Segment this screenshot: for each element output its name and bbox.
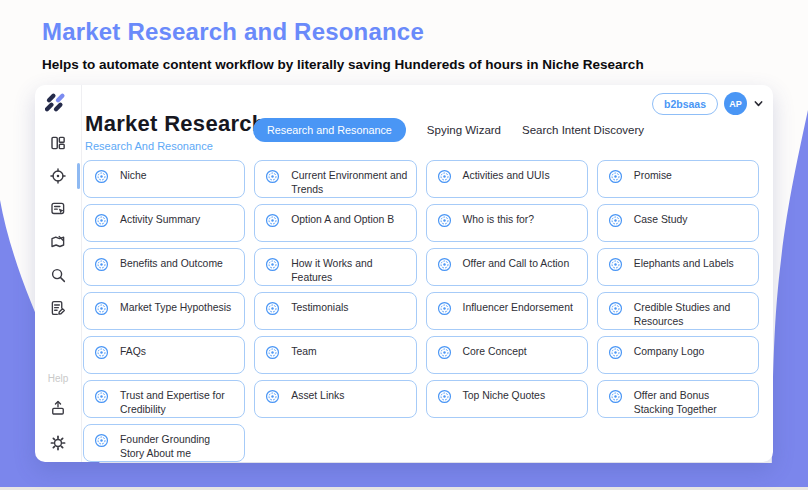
active-indicator <box>77 163 80 189</box>
target-rings-icon <box>264 344 281 361</box>
card-label: Case Study <box>634 213 688 227</box>
target-rings-icon <box>436 168 453 185</box>
card[interactable]: Influencer Endorsement <box>426 292 588 330</box>
card[interactable]: Core Concept <box>426 336 588 374</box>
card-label: Option A and Option B <box>291 213 394 227</box>
sidebar-item-dashboard[interactable] <box>48 133 68 152</box>
card-label: Current Environment and Trends <box>291 169 407 196</box>
card-label: Promise <box>634 169 672 183</box>
target-rings-icon <box>93 256 110 273</box>
card-label: Founder Grounding Story About me <box>120 433 236 460</box>
note-edit-icon <box>49 299 67 317</box>
card[interactable]: Niche <box>83 160 245 198</box>
card[interactable]: Current Environment and Trends <box>254 160 416 198</box>
card[interactable]: Trust and Expertise for Credibility <box>83 380 245 418</box>
avatar[interactable]: AP <box>724 92 747 115</box>
sidebar-item-research-target[interactable] <box>48 166 68 185</box>
app-window: Help Market Research Research And Resona… <box>35 85 773 462</box>
chevron-down-icon[interactable] <box>753 98 764 109</box>
card-label: Testimonials <box>291 301 348 315</box>
sidebar: Help <box>35 85 82 462</box>
card[interactable]: Offer and Call to Action <box>426 248 588 286</box>
target-rings-icon <box>607 300 624 317</box>
sidebar-item-settings[interactable] <box>48 433 68 452</box>
card[interactable]: Top Niche Quotes <box>426 380 588 418</box>
target-rings-icon <box>93 300 110 317</box>
app-subtitle: Research And Resonance <box>85 140 213 152</box>
card[interactable]: Benefits and Outcome <box>83 248 245 286</box>
card[interactable]: Asset Links <box>254 380 416 418</box>
card[interactable]: Option A and Option B <box>254 204 416 242</box>
screenshot-root: Market Research and Resonance Helps to a… <box>0 0 808 490</box>
card[interactable]: FAQs <box>83 336 245 374</box>
target-rings-icon <box>607 212 624 229</box>
target-rings-icon <box>264 212 281 229</box>
card-label: Market Type Hypothesis <box>120 301 231 315</box>
target-rings-icon <box>93 212 110 229</box>
target-icon <box>49 167 67 185</box>
sidebar-item-document-review[interactable] <box>48 199 68 218</box>
target-rings-icon <box>93 168 110 185</box>
target-rings-icon <box>436 344 453 361</box>
target-rings-icon <box>93 432 110 449</box>
card[interactable]: Activities and UUIs <box>426 160 588 198</box>
target-rings-icon <box>607 256 624 273</box>
card-label: Asset Links <box>291 389 344 403</box>
card[interactable]: Promise <box>597 160 759 198</box>
help-label[interactable]: Help <box>48 373 69 384</box>
target-rings-icon <box>436 256 453 273</box>
dashboard-icon <box>49 134 67 152</box>
sidebar-item-search[interactable] <box>48 265 68 284</box>
bottom-purple-band <box>0 463 808 487</box>
card[interactable]: Activity Summary <box>83 204 245 242</box>
card-label: Influencer Endorsement <box>463 301 573 315</box>
card-label: Activities and UUIs <box>463 169 550 183</box>
page-subtitle: Helps to automate content workflow by li… <box>42 57 644 72</box>
target-rings-icon <box>264 256 281 273</box>
card-label: Elephants and Labels <box>634 257 734 271</box>
card[interactable]: Testimonials <box>254 292 416 330</box>
card-label: Offer and Bonus Stacking Together <box>634 389 750 416</box>
sidebar-item-export[interactable] <box>48 398 68 417</box>
app-title: Market Research <box>85 111 266 137</box>
target-rings-icon <box>436 212 453 229</box>
card-label: Credible Studies and Resources <box>634 301 750 328</box>
target-rings-icon <box>436 300 453 317</box>
target-rings-icon <box>264 168 281 185</box>
account-area: b2bsaas AP <box>652 92 764 115</box>
sidebar-item-planning-map[interactable] <box>48 232 68 251</box>
sidebar-item-notes[interactable] <box>48 298 68 317</box>
target-rings-icon <box>607 168 624 185</box>
tab-spying-wizard[interactable]: Spying Wizard <box>427 124 501 136</box>
tab-search-intent-discovery[interactable]: Search Intent Discovery <box>522 124 644 136</box>
card[interactable]: Offer and Bonus Stacking Together <box>597 380 759 418</box>
target-rings-icon <box>93 344 110 361</box>
card[interactable]: Company Logo <box>597 336 759 374</box>
double-slash-logo[interactable] <box>45 92 71 117</box>
card[interactable]: Credible Studies and Resources <box>597 292 759 330</box>
tab-research-and-resonance[interactable]: Research and Resonance <box>253 118 406 142</box>
target-rings-icon <box>264 300 281 317</box>
target-rings-icon <box>93 388 110 405</box>
card[interactable]: Team <box>254 336 416 374</box>
card[interactable]: Founder Grounding Story About me <box>83 424 245 462</box>
card[interactable]: How it Works and Features <box>254 248 416 286</box>
card-label: Top Niche Quotes <box>463 389 546 403</box>
document-cursor-icon <box>49 200 67 218</box>
card-label: Team <box>291 345 316 359</box>
card[interactable]: Market Type Hypothesis <box>83 292 245 330</box>
card[interactable]: Who is this for? <box>426 204 588 242</box>
card[interactable]: Elephants and Labels <box>597 248 759 286</box>
search-icon <box>49 266 67 284</box>
tab-bar: Research and ResonanceSpying WizardSearc… <box>253 118 644 142</box>
target-rings-icon <box>436 388 453 405</box>
box-upload-icon <box>49 399 67 417</box>
card-label: Benefits and Outcome <box>120 257 223 271</box>
target-rings-icon <box>607 388 624 405</box>
sidebar-nav <box>48 133 68 317</box>
card-label: Activity Summary <box>120 213 200 227</box>
card-label: Trust and Expertise for Credibility <box>120 389 236 416</box>
page-title: Market Research and Resonance <box>42 18 424 46</box>
card[interactable]: Case Study <box>597 204 759 242</box>
workspace-badge[interactable]: b2bsaas <box>652 93 718 115</box>
